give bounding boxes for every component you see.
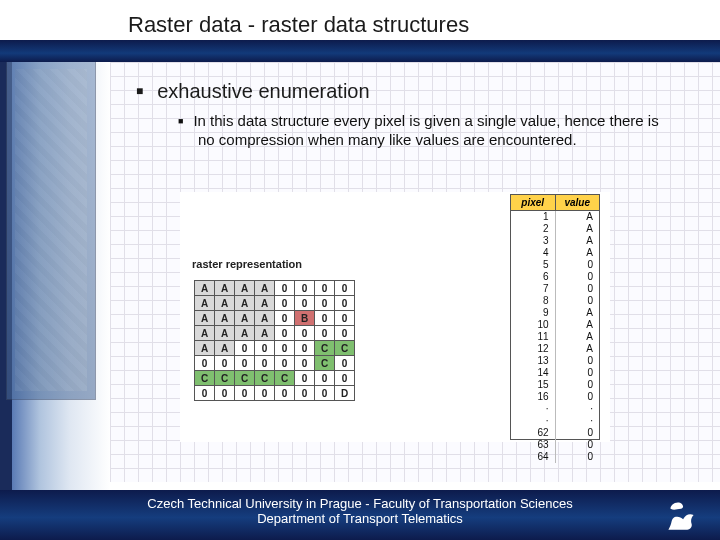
grid-cell: D	[335, 386, 355, 401]
cell-value: 0	[556, 427, 600, 439]
cell-pixel: 1	[511, 211, 556, 223]
cell-pixel: 9	[511, 307, 556, 319]
cell-value: A	[556, 343, 600, 355]
raster-grid: AAAA0000AAAA0000AAAA0B00AAAA0000AA0000CC…	[194, 280, 355, 401]
grid-cell: 0	[275, 281, 295, 296]
grid-cell: 0	[335, 296, 355, 311]
grid-cell: 0	[315, 281, 335, 296]
cell-pixel: 15	[511, 379, 556, 391]
grid-cell: 0	[195, 356, 215, 371]
table-row: 620	[511, 427, 599, 439]
grid-cell: 0	[335, 311, 355, 326]
grid-cell: 0	[315, 326, 335, 341]
grid-cell: 0	[295, 326, 315, 341]
cell-value: 0	[556, 271, 600, 283]
cell-pixel: 63	[511, 439, 556, 451]
grid-cell: B	[295, 311, 315, 326]
grid-cell: A	[215, 296, 235, 311]
square-bullet-icon: ■	[178, 116, 183, 126]
grid-cell: C	[255, 371, 275, 386]
grid-cell: 0	[275, 326, 295, 341]
table-row: 50	[511, 259, 599, 271]
grid-cell: 0	[275, 386, 295, 401]
grid-cell: 0	[315, 311, 335, 326]
figure-container: raster representation AAAA0000AAAA0000AA…	[180, 192, 610, 442]
grid-cell: 0	[235, 386, 255, 401]
footer: Czech Technical University in Prague - F…	[0, 490, 720, 540]
cell-pixel: 3	[511, 235, 556, 247]
cell-pixel: 12	[511, 343, 556, 355]
cell-pixel: 11	[511, 331, 556, 343]
grid-cell: 0	[255, 356, 275, 371]
cell-pixel: 16	[511, 391, 556, 403]
cell-value: 0	[556, 367, 600, 379]
table-row: 2A	[511, 223, 599, 235]
grid-cell: A	[255, 296, 275, 311]
bullet1-text: exhaustive enumeration	[157, 80, 369, 102]
grid-cell: 0	[295, 386, 315, 401]
table-row: 160	[511, 391, 599, 403]
grid-cell: 0	[295, 356, 315, 371]
grid-cell: 0	[295, 371, 315, 386]
cell-value: 0	[556, 259, 600, 271]
figure-label: raster representation	[192, 258, 302, 270]
cell-value: 0	[556, 283, 600, 295]
grid-cell: A	[195, 326, 215, 341]
grid-cell: A	[235, 311, 255, 326]
cell-pixel: 8	[511, 295, 556, 307]
grid-cell: C	[195, 371, 215, 386]
grid-cell: 0	[335, 326, 355, 341]
cell-pixel: 4	[511, 247, 556, 259]
grid-cell: 0	[275, 296, 295, 311]
grid-cell: C	[235, 371, 255, 386]
grid-cell: 0	[295, 296, 315, 311]
table-row: 4A	[511, 247, 599, 259]
grid-cell: A	[255, 326, 275, 341]
table-row: 11A	[511, 331, 599, 343]
grid-cell: 0	[275, 311, 295, 326]
cell-pixel: 64	[511, 451, 556, 463]
cell-value: A	[556, 211, 600, 223]
grid-cell: C	[215, 371, 235, 386]
cell-value: 0	[556, 379, 600, 391]
bullet-level2: ■In this data structure every pixel is g…	[198, 112, 678, 150]
cell-value: A	[556, 319, 600, 331]
grid-cell: 0	[315, 371, 335, 386]
grid-cell: C	[335, 341, 355, 356]
grid-cell: 0	[215, 386, 235, 401]
grid-cell: A	[215, 281, 235, 296]
table-row: 9A	[511, 307, 599, 319]
cell-value: A	[556, 223, 600, 235]
grid-cell: A	[255, 311, 275, 326]
grid-cell: 0	[295, 281, 315, 296]
grid-cell: 0	[275, 356, 295, 371]
university-lion-logo-icon	[660, 494, 702, 536]
grid-cell: 0	[335, 281, 355, 296]
grid-cell: A	[235, 281, 255, 296]
cell-pixel: 5	[511, 259, 556, 271]
grid-cell: A	[195, 296, 215, 311]
table-row: 12A	[511, 343, 599, 355]
hdr-pixel: pixel	[511, 195, 556, 210]
grid-cell: C	[275, 371, 295, 386]
cell-value: 0	[556, 439, 600, 451]
grid-cell: 0	[335, 371, 355, 386]
bullet2-text: In this data structure every pixel is gi…	[193, 112, 658, 148]
cell-value: A	[556, 307, 600, 319]
cell-pixel: 2	[511, 223, 556, 235]
cell-value: 0	[556, 451, 600, 463]
table-row: 1A	[511, 211, 599, 223]
pixel-table-header: pixel value	[511, 195, 599, 211]
pixel-rows-top: 1A2A3A4A506070809A10A11A12A130140150160·…	[511, 211, 599, 463]
cell-value: 0	[556, 355, 600, 367]
hdr-value: value	[556, 195, 600, 210]
table-row: 140	[511, 367, 599, 379]
grid-cell: A	[195, 311, 215, 326]
table-row: 80	[511, 295, 599, 307]
cell-pixel: 13	[511, 355, 556, 367]
grid-cell: C	[315, 356, 335, 371]
grid-cell: 0	[335, 356, 355, 371]
grid-cell: A	[215, 341, 235, 356]
table-row: 640	[511, 451, 599, 463]
bullet-level1: ■exhaustive enumeration	[136, 80, 370, 103]
